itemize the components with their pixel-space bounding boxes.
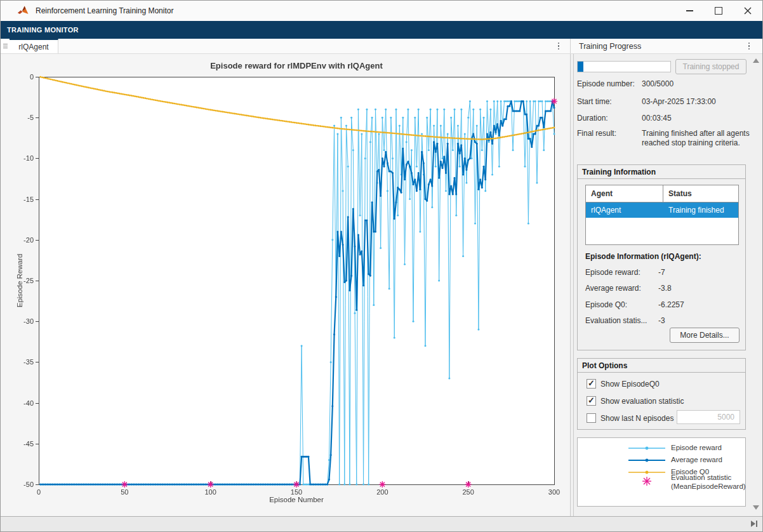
show-episodeq0-label: Show EpisodeQ0	[600, 380, 660, 389]
agent-cell: rlQAgent	[586, 203, 663, 218]
close-button[interactable]	[733, 1, 762, 21]
average-reward-line-icon	[628, 456, 665, 464]
tab-list-button[interactable]	[1, 39, 10, 53]
duration-label: Duration:	[577, 114, 608, 123]
training-progress-panel: Training stopped Episode number: 300/500…	[574, 54, 762, 516]
final-result-value: Training finished after all agents reach…	[642, 129, 755, 148]
maximize-button[interactable]	[704, 1, 733, 21]
episode-information-header: Episode Information (rlQAgent):	[585, 252, 701, 261]
legend-entry-average-reward: Average reward	[578, 455, 745, 465]
checkbox-show-last-n-episodes[interactable]	[587, 413, 596, 423]
scroll-down-icon[interactable]	[753, 505, 759, 510]
episode-q0-label: Episode Q0:	[585, 300, 627, 309]
training-progress-header: Training Progress	[571, 39, 762, 53]
matlab-logo-icon	[17, 5, 30, 17]
episode-reward-line-icon	[628, 444, 665, 452]
tab-strip: rlQAgent Training Progress	[1, 39, 762, 54]
training-information-section: Training Information Agent Status rlQAge…	[577, 164, 746, 350]
ribbon-bar: TRAINING MONITOR	[1, 21, 762, 39]
legend-entry-episode-reward: Episode reward	[578, 443, 745, 453]
expand-panel-icon[interactable]	[750, 519, 759, 528]
checkbox-show-episodeq0[interactable]	[587, 379, 596, 389]
legend-label-evaluation-statistic: Evaluation statistic	[671, 474, 731, 481]
n-episodes-input[interactable]	[677, 410, 740, 424]
status-bar	[1, 516, 762, 531]
close-icon	[744, 7, 752, 15]
ribbon-tab-training-monitor[interactable]: TRAINING MONITOR	[7, 26, 79, 34]
episode-number-label: Episode number:	[577, 79, 635, 88]
legend-label-average-reward: Average reward	[671, 456, 722, 463]
panel-actions-icon[interactable]	[743, 39, 755, 53]
checkbox-show-evaluation-statistic[interactable]	[587, 396, 596, 406]
episode-reward-value: -7	[658, 268, 665, 277]
final-result-label: Final result:	[577, 129, 616, 138]
episode-number-value: 300/5000	[642, 79, 673, 88]
show-evaluation-statistic-option[interactable]: Show evaluation statistic	[587, 396, 684, 406]
training-information-header: Training Information	[578, 165, 745, 179]
start-time-label: Start time:	[577, 97, 612, 106]
chart-title: Episode reward for rlMDPEnv with rlQAgen…	[39, 61, 554, 70]
table-row[interactable]: rlQAgent Training finished	[586, 203, 738, 218]
plot-options-section: Plot Options Show EpisodeQ0 Show evaluat…	[577, 358, 746, 430]
show-evaluation-statistic-label: Show evaluation statistic	[600, 397, 684, 406]
scroll-up-icon[interactable]	[753, 58, 759, 63]
plot-options-header: Plot Options	[578, 359, 745, 373]
legend-box: Episode reward Average reward Episode Q0…	[577, 437, 746, 507]
start-time-value: 03-Apr-2025 17:33:00	[642, 97, 716, 106]
legend-label-episode-reward: Episode reward	[671, 444, 722, 451]
agent-status-table: Agent Status rlQAgent Training finished	[585, 185, 739, 245]
y-axis-label: Episode Reward	[16, 254, 23, 307]
title-bar: Reinforcement Learning Training Monitor	[1, 1, 762, 21]
legend-label-evaluation-statistic-2: (MeanEpisodeReward)	[671, 482, 746, 490]
window-title: Reinforcement Learning Training Monitor	[36, 6, 173, 15]
more-details-button[interactable]: More Details...	[670, 328, 740, 343]
minimize-button[interactable]	[675, 1, 704, 21]
training-progress-header-label: Training Progress	[579, 42, 641, 51]
table-header-row: Agent Status	[586, 185, 738, 203]
column-header-status[interactable]: Status	[663, 185, 738, 202]
app-window: Reinforcement Learning Training Monitor …	[0, 0, 763, 532]
show-last-n-episodes-option[interactable]: Show last N episodes	[587, 413, 673, 423]
figure-area: Episode reward for rlMDPEnv with rlQAgen…	[1, 54, 570, 516]
average-reward-value: -3.8	[658, 284, 672, 293]
evaluation-statistic-asterisk-icon	[642, 476, 652, 486]
x-axis-label: Episode Number	[39, 496, 554, 503]
tab-rlqagent-label: rlQAgent	[18, 43, 48, 51]
duration-value: 00:03:45	[642, 114, 672, 123]
window-controls	[675, 1, 762, 21]
episode-q0-line-icon	[628, 469, 665, 476]
minimize-icon	[686, 10, 693, 11]
episode-q0-value: -6.2257	[658, 300, 684, 309]
column-header-agent[interactable]: Agent	[586, 185, 663, 202]
show-last-n-episodes-label: Show last N episodes	[600, 414, 673, 423]
evaluation-statistic-value: -3	[658, 316, 665, 325]
training-progress-bar-fill	[578, 62, 583, 72]
episode-reward-label: Episode reward:	[585, 268, 640, 277]
training-plot-canvas	[1, 54, 570, 516]
training-progress-bar	[577, 61, 671, 72]
show-episodeq0-option[interactable]: Show EpisodeQ0	[587, 379, 660, 389]
document-actions-icon[interactable]	[553, 39, 564, 53]
status-cell: Training finished	[663, 203, 738, 218]
average-reward-label: Average reward:	[585, 284, 641, 293]
training-stopped-button[interactable]: Training stopped	[675, 59, 746, 74]
tab-rlqagent[interactable]: rlQAgent	[10, 39, 58, 53]
evaluation-statistic-label: Evaluation statis...	[585, 316, 647, 325]
maximize-icon	[715, 7, 722, 15]
